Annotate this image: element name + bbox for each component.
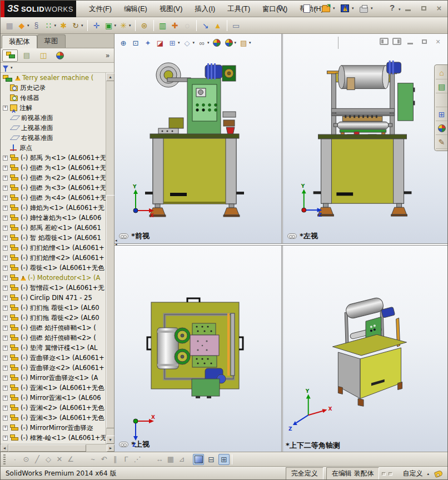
expand-plus-icon[interactable] bbox=[3, 306, 8, 311]
toolbar-separator[interactable] bbox=[224, 19, 230, 32]
expand-plus-icon[interactable] bbox=[3, 206, 8, 211]
propertymanager-tab-icon[interactable]: ▤ bbox=[19, 49, 34, 62]
hide-show-items-icon[interactable]: ∞ bbox=[196, 36, 211, 49]
featuremanager-tab-icon[interactable] bbox=[2, 49, 18, 62]
search-icon[interactable] bbox=[277, 5, 282, 10]
zoom-to-area-icon[interactable]: ⊡ bbox=[130, 36, 142, 49]
mate-icon[interactable]: ∷ bbox=[43, 19, 58, 32]
four-view-button[interactable]: ⊞ bbox=[218, 454, 230, 465]
tree-item[interactable]: 注解 bbox=[1, 103, 106, 113]
viewport-top[interactable]: X Z *上视 bbox=[115, 246, 281, 452]
interference-detection-icon[interactable]: ▲ bbox=[212, 19, 224, 32]
expand-plus-icon[interactable] bbox=[3, 296, 8, 301]
tree-item[interactable]: 原点 bbox=[1, 143, 106, 153]
zoom-to-fit-icon[interactable]: ⊕ bbox=[117, 36, 130, 49]
assembly-reference-icon[interactable]: ✳ bbox=[117, 19, 132, 32]
corner-rectangle-icon[interactable]: Γ bbox=[121, 454, 132, 465]
doc-restore-button[interactable] bbox=[419, 37, 429, 46]
chevron-down-icon[interactable]: ▾ bbox=[399, 7, 401, 12]
expand-plus-icon[interactable] bbox=[3, 166, 8, 171]
expand-plus-icon[interactable] bbox=[3, 316, 8, 321]
tree-item-part[interactable]: (-) Circlip DIN 471 - 25 bbox=[1, 293, 106, 303]
expand-plus-icon[interactable] bbox=[3, 216, 8, 221]
overflow-chevron-icon[interactable]: » bbox=[106, 52, 109, 59]
expand-plus-icon[interactable] bbox=[3, 266, 8, 271]
toolbar-separator[interactable] bbox=[143, 454, 154, 465]
open-part-icon[interactable]: ◆ bbox=[16, 19, 31, 32]
custom-properties-icon[interactable]: ✎ bbox=[436, 136, 448, 149]
file-explorer-icon[interactable] bbox=[436, 94, 448, 107]
insert-components-icon[interactable]: ▦ bbox=[3, 19, 16, 32]
expand-plus-icon[interactable] bbox=[3, 196, 8, 201]
exploded-view-icon[interactable]: ▣ bbox=[103, 19, 118, 32]
tree-item-part[interactable]: (-) 暂憎葮<1> (AL6061+无 bbox=[1, 283, 106, 293]
menu-item[interactable]: 文件(F) bbox=[83, 1, 118, 17]
toolbar-separator[interactable] bbox=[76, 454, 87, 465]
tree-item-part[interactable]: (-) 伹磜 为<1> (AL6061+无 bbox=[1, 163, 106, 173]
toolbar-separator[interactable] bbox=[151, 19, 157, 32]
single-view-button[interactable] bbox=[193, 454, 204, 465]
expand-plus-icon[interactable] bbox=[3, 356, 8, 361]
menu-item[interactable]: 窗口(W) bbox=[256, 1, 293, 17]
tree-horizontal-scrollbar[interactable]: ◄ ► bbox=[1, 444, 115, 452]
chevron-down-icon[interactable]: ▾ bbox=[314, 6, 318, 11]
tree-item-part[interactable]: (-) 萓湘<1> (AL6061+无色 bbox=[1, 383, 106, 393]
smart-dimension-icon[interactable]: ↔ bbox=[154, 454, 165, 465]
expand-plus-icon[interactable] bbox=[3, 416, 8, 421]
menu-item[interactable]: 视图(V) bbox=[153, 1, 189, 17]
expand-plus-icon[interactable] bbox=[3, 326, 8, 331]
chevron-down-icon[interactable]: ▾ bbox=[352, 6, 356, 11]
parallel-relation-icon[interactable]: ∥ bbox=[109, 454, 121, 465]
expand-plus-icon[interactable] bbox=[3, 106, 8, 111]
viewport-left[interactable]: Y Z *左视 bbox=[283, 34, 448, 243]
tree-item-part[interactable]: (-) 嫜焰为<1> (AL6061+无 bbox=[1, 203, 106, 213]
expand-plus-icon[interactable] bbox=[3, 376, 8, 381]
scroll-up-icon[interactable]: ▲ bbox=[106, 73, 115, 81]
expand-plus-icon[interactable] bbox=[3, 386, 8, 391]
doc-close-button[interactable]: × bbox=[433, 37, 443, 46]
expand-plus-icon[interactable] bbox=[3, 366, 8, 371]
expand-plus-icon[interactable] bbox=[3, 186, 8, 191]
spline-icon[interactable]: ~ bbox=[87, 454, 98, 465]
tree-item[interactable]: 前视基准面 bbox=[1, 113, 106, 123]
expand-plus-icon[interactable] bbox=[3, 336, 8, 341]
tree-item-part[interactable]: (-) 萓曲驿迩<1> (AL6061+ bbox=[1, 353, 106, 363]
scroll-left-icon[interactable]: ◄ bbox=[1, 444, 8, 452]
chevron-down-icon[interactable]: ▾ bbox=[371, 6, 375, 11]
angle-icon[interactable]: ⊿ bbox=[176, 454, 187, 465]
expand-plus-icon[interactable] bbox=[3, 346, 8, 351]
minimize-button[interactable] bbox=[402, 3, 414, 13]
design-library-icon[interactable]: ▤ bbox=[436, 81, 448, 93]
edit-component-icon[interactable]: ✚ bbox=[169, 19, 181, 32]
tree-item-part[interactable]: (-) 嫜恮薯焰为<1> (AL606 bbox=[1, 213, 106, 223]
appearances-icon[interactable] bbox=[436, 122, 448, 135]
expand-plus-icon[interactable] bbox=[3, 156, 8, 161]
expand-plus-icon[interactable] bbox=[3, 176, 8, 181]
expand-plus-icon[interactable] bbox=[3, 276, 8, 281]
tree-item[interactable]: 传感器 bbox=[1, 93, 106, 103]
tree-item-part[interactable]: (-) 扪扪焰憎<1> (AL6061+ bbox=[1, 243, 106, 253]
tree-item-part[interactable]: (-) 暂 焰蓿徙<1> (AL6061 bbox=[1, 233, 106, 243]
expand-plus-icon[interactable] bbox=[3, 406, 8, 411]
scrollbar-thumb[interactable] bbox=[106, 195, 115, 428]
tag-icon[interactable] bbox=[434, 469, 444, 477]
help-icon[interactable]: ? bbox=[390, 3, 395, 12]
no-external-references-icon[interactable]: ◌ bbox=[181, 19, 193, 32]
viewport-horizontal-splitter[interactable] bbox=[115, 243, 448, 246]
print-icon[interactable] bbox=[357, 2, 370, 14]
scrollbar-thumb[interactable] bbox=[8, 444, 86, 452]
two-view-button[interactable]: ⊟ bbox=[206, 454, 217, 465]
line-icon[interactable]: ╱ bbox=[32, 454, 43, 465]
tree-root-assembly[interactable]: Terry sealer machine ( bbox=[1, 73, 106, 83]
expand-plus-icon[interactable] bbox=[3, 246, 8, 251]
splitter-arrows-icon[interactable]: ◂◂ bbox=[115, 238, 117, 246]
toolbar-drag-handle[interactable] bbox=[3, 454, 6, 464]
tree-item-part[interactable]: (-) 垫湾 翼憎讦楪<1> (AL bbox=[1, 343, 106, 353]
tree-item-part[interactable]: (-) 伹磜 为<2> (AL6061+无 bbox=[1, 173, 106, 183]
tree-item-part[interactable]: (-) 檶雅-崄<1> (AL6061+无 bbox=[1, 433, 106, 443]
new-document-icon[interactable] bbox=[301, 2, 313, 14]
custom-label[interactable]: 自定义 bbox=[402, 469, 422, 478]
tangent-arc-icon[interactable]: ↶ bbox=[98, 454, 109, 465]
tree-item-part[interactable]: (-) 萓湘<2> (AL6061+无色 bbox=[1, 403, 106, 413]
menu-item[interactable]: 编辑(E) bbox=[118, 1, 153, 17]
